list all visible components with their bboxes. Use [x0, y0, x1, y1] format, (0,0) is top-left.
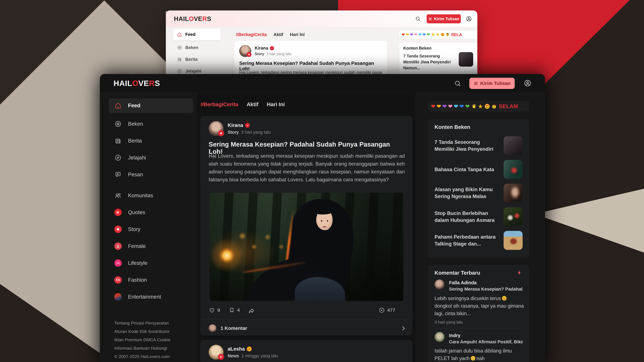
- user-icon[interactable]: [466, 15, 472, 22]
- lifestyle-icon: LI: [114, 259, 122, 267]
- back-sidebar-item-beken[interactable]: Beken: [173, 43, 221, 53]
- kirim-tulisan-button[interactable]: Kirim Tulisan: [427, 14, 461, 23]
- chevron-right-icon[interactable]: [400, 325, 407, 332]
- entertainment-icon: [114, 293, 122, 301]
- commenter-avatar[interactable]: [434, 332, 444, 342]
- footer-links-2[interactable]: Aturan Kode Etik Kontributor: [114, 329, 170, 334]
- star-icon: ★: [436, 32, 440, 37]
- main-logo[interactable]: HAILOVERS: [114, 79, 160, 88]
- comments-count: 1 Komentar: [220, 326, 247, 331]
- share-button[interactable]: [248, 308, 255, 314]
- fashion-icon: FA: [114, 276, 122, 284]
- trending-item[interactable]: 7 Tanda Seseorang Memiliki Jiwa Penyendi…: [434, 136, 522, 155]
- angry-face-icon: [502, 296, 507, 301]
- heart-red-icon: ❤: [431, 104, 436, 109]
- back-sidebar-item-berita[interactable]: Berita: [173, 54, 221, 64]
- trending-item[interactable]: Alasan yang Bikin Kamu Sering Ngerasa Ma…: [434, 184, 522, 203]
- back-sidebar-item-feed[interactable]: Feed: [173, 29, 221, 40]
- star-badge-icon: [114, 120, 122, 128]
- main-window: HAILOVERS Kirim Tulisan Feed Beken: [100, 74, 545, 362]
- trending-item[interactable]: Pahami Perbedaan antara Talking Stage da…: [434, 231, 522, 250]
- trending-thumbnail[interactable]: [504, 160, 522, 179]
- main-sidebar: Feed Beken Berita Jelajahi Pesan Komunit…: [109, 93, 194, 362]
- trending-item[interactable]: 7 Tanda Seseorang Memiliki Jiwa Penyendi…: [403, 53, 453, 71]
- tab-aktif[interactable]: Aktif: [247, 101, 258, 107]
- search-icon[interactable]: [454, 80, 462, 87]
- sidebar-item-feed[interactable]: Feed: [109, 101, 193, 110]
- comments-row[interactable]: 1 Komentar: [209, 324, 247, 332]
- star-badge-icon: [177, 45, 182, 50]
- sidebar-item-lifestyle[interactable]: LI Lifestyle: [109, 258, 193, 268]
- back-header: HAILOVERS Kirim Tulisan: [166, 10, 477, 27]
- trending-thumbnail[interactable]: [504, 136, 522, 155]
- back-feed-tabs: #BerbagiCerita Aktif Hari Ini: [236, 32, 305, 37]
- sidebar-item-fashion[interactable]: FA Fashion: [109, 275, 193, 285]
- heart-yellow-icon: ❤: [406, 33, 409, 37]
- heart-eyes-icon: [484, 103, 490, 109]
- tab-berbagicerita[interactable]: #BerbagiCerita: [200, 101, 238, 107]
- kirim-tulisan-button[interactable]: Kirim Tulisan: [469, 78, 515, 89]
- komentar-terbaru-card: Komentar Terbaru Falla Adinda Sering Mer…: [428, 265, 529, 362]
- sidebar-item-story[interactable]: Story: [109, 224, 193, 234]
- comment-post-ref[interactable]: Cara Ampuh! Afirmasi Positif, Bikin...: [449, 339, 523, 345]
- commenter-avatar: [209, 324, 216, 332]
- news-badge-icon: [218, 354, 224, 360]
- post-card-2[interactable]: aLesha News 1 minggu yang lalu: [200, 340, 412, 362]
- post-body: Hai Lovers, terkadang sering merasa kese…: [209, 152, 405, 184]
- author-name[interactable]: Kirana: [228, 122, 243, 128]
- sidebar-item-entertainment[interactable]: Entertainment: [109, 292, 193, 302]
- verified-icon: [270, 46, 274, 50]
- chat-icon: [114, 171, 122, 178]
- trending-thumbnail[interactable]: [504, 207, 522, 226]
- heart-eyes-icon: [440, 32, 445, 37]
- newspaper-icon: [177, 57, 182, 62]
- lightning-icon: [516, 270, 522, 276]
- user-icon[interactable]: [524, 79, 532, 87]
- tab-hari-ini[interactable]: Hari Ini: [267, 101, 285, 107]
- sidebar-item-berita[interactable]: Berita: [109, 136, 193, 146]
- back-logo[interactable]: HAILOVERS: [174, 15, 211, 22]
- post-image[interactable]: [210, 193, 404, 301]
- author-name[interactable]: aLesha: [228, 346, 245, 352]
- trending-thumbnail[interactable]: [504, 231, 522, 250]
- wave-hand-icon: [471, 103, 477, 109]
- sidebar-item-beken[interactable]: Beken: [109, 119, 193, 129]
- footer-copyright: © 2007-2025 HaiLovers.com: [114, 354, 170, 359]
- footer-links-1[interactable]: Tentang Privasi Persyaratan: [114, 321, 169, 326]
- comment-post-ref[interactable]: Sering Merasa Kesepian? Padahal...: [449, 287, 523, 292]
- heart-lightblue-icon: ❤: [454, 104, 458, 109]
- author-name[interactable]: Kirana: [255, 46, 268, 51]
- sidebar-item-pesan[interactable]: Pesan: [109, 170, 193, 179]
- photo-face: [316, 209, 333, 230]
- sidebar-item-quotes[interactable]: Quotes: [109, 208, 193, 217]
- trending-thumbnail[interactable]: [459, 52, 473, 67]
- boy-face-icon: [446, 32, 450, 37]
- sidebar-item-jelajahi[interactable]: Jelajahi: [109, 153, 193, 162]
- commenter-name[interactable]: Indry: [449, 333, 460, 338]
- trending-item[interactable]: Stop Bucin Berlebihan dalam Hubungan Asm…: [434, 207, 522, 226]
- sidebar-item-komunitas[interactable]: Komunitas: [109, 191, 193, 200]
- tab-berbagicerita[interactable]: #BerbagiCerita: [236, 32, 267, 37]
- tab-aktif[interactable]: Aktif: [274, 32, 283, 37]
- commenter-avatar[interactable]: [434, 280, 444, 290]
- like-button[interactable]: 9: [209, 307, 220, 314]
- emoji-banner: ❤ ❤ ❤ ❤ ❤ ❤ ❤ ★ SELAM: [428, 101, 529, 112]
- boy-face-icon: [491, 103, 497, 109]
- sidebar-item-female[interactable]: Female: [109, 241, 193, 251]
- divider: [200, 319, 412, 320]
- feed-tabs: #BerbagiCerita Aktif Hari Ini: [200, 101, 285, 107]
- banner-text: SELAM: [499, 103, 518, 109]
- heart-green-icon: ❤: [465, 104, 470, 109]
- heart-red-icon: ❤: [402, 33, 405, 37]
- bookmark-button[interactable]: 4: [229, 307, 240, 313]
- search-icon[interactable]: [415, 16, 421, 22]
- heart-purple-icon: ❤: [442, 104, 447, 109]
- footer-links-3[interactable]: Iklan Premium DMCA Cookie: [114, 337, 170, 342]
- trending-item[interactable]: Bahasa Cinta Tanpa Kata: [434, 160, 522, 179]
- section-title: Konten Beken: [434, 124, 470, 130]
- post-meta: News 1 minggu yang lalu: [228, 354, 278, 359]
- commenter-name[interactable]: Falla Adinda: [449, 280, 476, 285]
- trending-thumbnail[interactable]: [504, 184, 522, 203]
- tab-hari-ini[interactable]: Hari Ini: [290, 32, 305, 37]
- footer-links-4[interactable]: Informasi Bantuan Hubungi: [114, 346, 167, 351]
